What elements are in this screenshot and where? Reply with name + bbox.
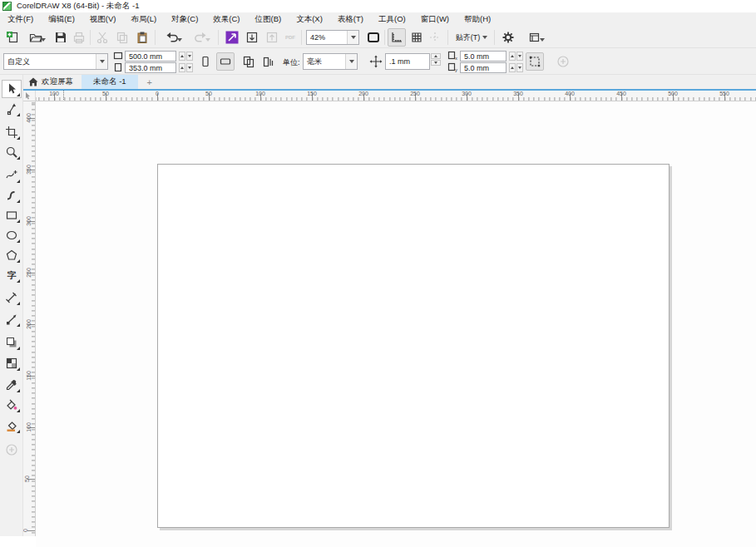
horizontal-ruler[interactable]: 10050050100150200250300350400450500550 bbox=[36, 91, 756, 101]
title-bar: CorelDRAW X8 (64-Bit) - 未命名 -1 bbox=[0, 0, 756, 12]
add-tool-button bbox=[2, 441, 22, 459]
open-button[interactable] bbox=[23, 28, 48, 47]
menu-item-效果(C)[interactable]: 效果(C) bbox=[205, 12, 247, 27]
h-ruler-label: 50 bbox=[102, 91, 109, 96]
add-preset-button bbox=[554, 52, 572, 71]
drop-shadow-tool[interactable] bbox=[2, 333, 22, 352]
text-tool[interactable]: 字 bbox=[2, 266, 22, 284]
crop-tool[interactable] bbox=[2, 123, 22, 141]
open-dropdown-caret[interactable] bbox=[39, 34, 47, 46]
duplicate-x-spinner[interactable] bbox=[509, 52, 523, 61]
new-document-tab-button[interactable]: + bbox=[143, 76, 156, 88]
menu-item-视图(V)[interactable]: 视图(V) bbox=[82, 12, 124, 27]
units-combo[interactable]: 毫米 bbox=[303, 53, 358, 70]
svg-text:y: y bbox=[455, 67, 457, 72]
menu-item-工具(O)[interactable]: 工具(O) bbox=[371, 12, 413, 27]
page-width-spinner[interactable] bbox=[179, 52, 193, 61]
h-ruler-label: 0 bbox=[156, 91, 159, 96]
undo-button[interactable] bbox=[160, 28, 185, 47]
menu-item-对象(C)[interactable]: 对象(C) bbox=[164, 12, 205, 27]
document-page[interactable] bbox=[157, 164, 670, 528]
transparency-tool[interactable] bbox=[2, 354, 22, 372]
polygon-tool[interactable] bbox=[2, 246, 22, 264]
vertical-ruler[interactable]: 400350300250200150100500 bbox=[23, 101, 36, 536]
zoom-level-caret[interactable] bbox=[347, 31, 358, 44]
duplicate-y-field[interactable]: 5.0 mm bbox=[460, 62, 506, 73]
menu-item-布局(L)[interactable]: 布局(L) bbox=[123, 12, 164, 27]
rectangle-tool[interactable] bbox=[2, 206, 22, 224]
freehand-tool[interactable] bbox=[2, 166, 22, 185]
connector-tool[interactable] bbox=[2, 310, 22, 328]
landscape-button[interactable] bbox=[216, 52, 235, 71]
ellipse-tool[interactable] bbox=[2, 226, 22, 244]
interactive-fill-tool[interactable] bbox=[2, 396, 22, 414]
search-content-button[interactable] bbox=[223, 28, 241, 47]
current-page-size-button[interactable] bbox=[259, 52, 278, 71]
page-size-preset-caret[interactable] bbox=[96, 54, 107, 69]
coreldraw-window: CorelDRAW X8 (64-Bit) - 未命名 -1 文件(F)编辑(E… bbox=[0, 0, 756, 547]
page-height-field[interactable]: 353.0 mm bbox=[125, 62, 176, 73]
snap-to-button[interactable]: 贴齐(T) bbox=[452, 28, 491, 47]
portrait-button[interactable] bbox=[196, 52, 215, 71]
duplicate-x-field[interactable]: 5.0 mm bbox=[460, 51, 506, 62]
application-launcher-button[interactable] bbox=[522, 28, 547, 47]
import-button[interactable] bbox=[243, 28, 261, 47]
all-pages-same-size-button[interactable] bbox=[240, 52, 258, 71]
page-height-spinner[interactable] bbox=[179, 63, 193, 72]
menu-item-表格(T)[interactable]: 表格(T) bbox=[330, 12, 371, 27]
zoom-tool[interactable] bbox=[2, 143, 22, 161]
full-screen-preview-button[interactable] bbox=[364, 28, 383, 47]
units-label: 单位: bbox=[283, 57, 300, 68]
nudge-offset-field[interactable]: .1 mm bbox=[385, 53, 430, 70]
save-button[interactable] bbox=[52, 28, 70, 47]
pick-tool[interactable] bbox=[2, 80, 22, 98]
ruler-cursor-marker bbox=[63, 91, 64, 101]
units-caret[interactable] bbox=[345, 54, 357, 69]
smart-fill-tool[interactable] bbox=[2, 416, 22, 435]
treat-as-filled-button[interactable] bbox=[526, 52, 544, 71]
h-ruler-label: 350 bbox=[513, 91, 523, 96]
show-grid-button[interactable] bbox=[408, 28, 426, 47]
application-launcher-caret[interactable] bbox=[538, 34, 546, 46]
property-bar: 自定义 500.0 mm 353.0 mm 单位: 毫米 bbox=[0, 48, 756, 75]
nudge-offset-spinner[interactable] bbox=[431, 53, 441, 66]
zoom-level-combo[interactable]: 42% bbox=[306, 30, 359, 45]
drawing-canvas[interactable] bbox=[36, 101, 756, 547]
h-ruler-label: 50 bbox=[205, 91, 212, 96]
menu-bar: 文件(F)编辑(E)视图(V)布局(L)对象(C)效果(C)位图(B)文本(X)… bbox=[0, 12, 756, 27]
color-eyedropper-tool[interactable] bbox=[2, 376, 22, 394]
toolbox: 字 bbox=[0, 75, 23, 536]
v-ruler-label: 0 bbox=[23, 529, 28, 532]
duplicate-y-spinner[interactable] bbox=[509, 63, 523, 72]
v-ruler-label: 100 bbox=[26, 422, 32, 432]
menu-item-帮助(H)[interactable]: 帮助(H) bbox=[457, 12, 498, 27]
new-document-button[interactable] bbox=[3, 28, 22, 47]
v-ruler-label: 300 bbox=[26, 216, 32, 226]
copy-button bbox=[113, 28, 131, 47]
parallel-dimension-tool[interactable] bbox=[2, 288, 22, 307]
ruler-origin-corner[interactable] bbox=[23, 91, 36, 101]
page-size-preset-combo[interactable]: 自定义 bbox=[3, 53, 108, 70]
undo-dropdown-caret[interactable] bbox=[175, 34, 183, 46]
shape-tool[interactable] bbox=[2, 100, 22, 118]
tab-document-label: 未命名 -1 bbox=[93, 76, 126, 87]
menu-item-位图(B)[interactable]: 位图(B) bbox=[248, 12, 289, 27]
paste-button[interactable] bbox=[133, 28, 151, 47]
v-ruler-label: 400 bbox=[26, 113, 32, 123]
redo-dropdown-caret bbox=[204, 34, 211, 46]
options-button[interactable] bbox=[499, 28, 517, 47]
menu-item-文本(X)[interactable]: 文本(X) bbox=[289, 12, 330, 27]
svg-text:x: x bbox=[455, 56, 457, 61]
tab-untitled-document[interactable]: 未命名 -1 bbox=[82, 75, 138, 89]
v-ruler-label: 150 bbox=[26, 371, 32, 381]
h-ruler-label: 150 bbox=[307, 91, 317, 96]
coreldraw-logo-icon bbox=[2, 2, 12, 11]
home-icon bbox=[28, 77, 38, 86]
tab-welcome-screen[interactable]: 欢迎屏幕 bbox=[23, 75, 82, 89]
menu-item-编辑(E)[interactable]: 编辑(E) bbox=[41, 12, 82, 27]
show-rulers-button[interactable] bbox=[388, 28, 406, 47]
page-width-field[interactable]: 500.0 mm bbox=[125, 51, 176, 62]
menu-item-文件(F)[interactable]: 文件(F) bbox=[0, 12, 41, 27]
artistic-media-tool[interactable] bbox=[2, 186, 22, 205]
menu-item-窗口(W)[interactable]: 窗口(W) bbox=[413, 12, 457, 27]
